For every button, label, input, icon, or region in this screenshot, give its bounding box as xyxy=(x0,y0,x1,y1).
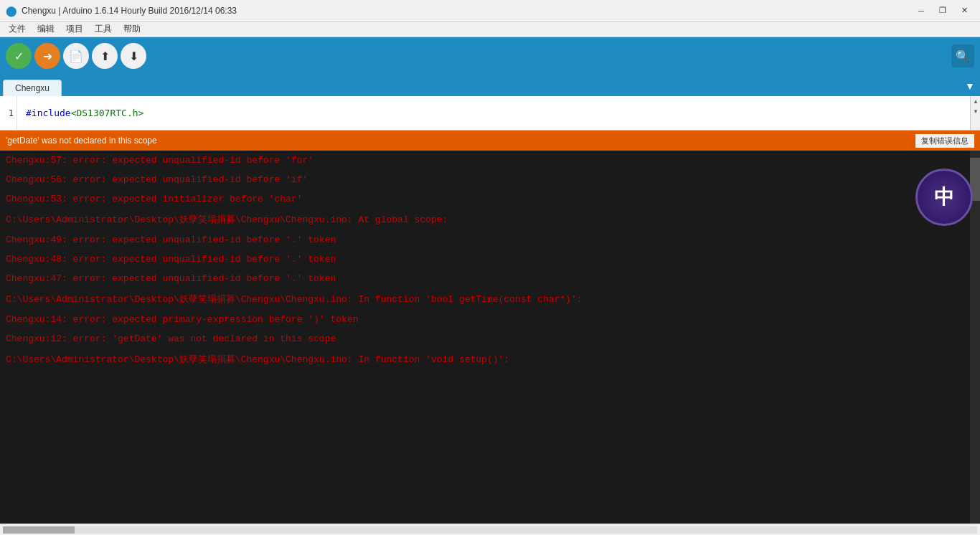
console-line-8: Chengxu:47: error: expected unqualified-… xyxy=(0,272,980,285)
new-button[interactable]: 📄 xyxy=(63,43,89,69)
console-scrollbar[interactable] xyxy=(970,151,980,524)
console-line-9 xyxy=(0,266,980,272)
tab-chengxu[interactable]: Chengxu xyxy=(3,80,62,96)
console-area: Chengxu:57: error: expected unqualified-… xyxy=(0,151,980,524)
editor-scroll-down[interactable]: ▼ xyxy=(971,106,980,116)
console-line-12: Chengxu:49: error: expected unqualified-… xyxy=(0,233,980,247)
console-line-18: Chengxu:56: error: expected unqualified-… xyxy=(0,173,980,186)
console-line-6: C:\Users\Administrator\Desktop\妖孽笑塌捐募\Ch… xyxy=(0,291,980,307)
save-icon: ⬇ xyxy=(129,49,138,63)
save-button[interactable]: ⬇ xyxy=(121,43,146,69)
menu-edit[interactable]: 编辑 xyxy=(32,22,60,37)
open-button[interactable]: ⬆ xyxy=(92,43,118,69)
editor-scroll-up[interactable]: ▲ xyxy=(971,96,980,106)
error-banner: 'getDate' was not declared in this scope… xyxy=(0,131,980,151)
menu-bar: 文件 编辑 项目 工具 帮助 xyxy=(0,22,980,37)
console-line-4: Chengxu:14: error: expected primary-expr… xyxy=(0,313,980,326)
watermark: 中 xyxy=(915,169,973,226)
console-line-14: C:\Users\Administrator\Desktop\妖孽笑塌捐募\Ch… xyxy=(0,212,980,227)
horizontal-scrollbar[interactable] xyxy=(0,524,980,535)
menu-help[interactable]: 帮助 xyxy=(118,22,146,37)
console-line-20: Chengxu:57: error: expected unqualified-… xyxy=(0,153,980,167)
console-line-17 xyxy=(0,186,980,192)
copy-error-button[interactable]: 复制错误信息 xyxy=(915,134,974,148)
verify-button[interactable]: ✓ xyxy=(6,43,32,69)
minimize-button[interactable]: ─ xyxy=(911,4,931,18)
console-line-1 xyxy=(0,346,980,351)
upload-icon: ➜ xyxy=(43,49,52,63)
code-line-1: #include<DS1307RTC.h> xyxy=(17,102,152,124)
menu-file[interactable]: 文件 xyxy=(3,22,32,37)
open-icon: ⬆ xyxy=(100,49,110,63)
editor-scrollbar[interactable]: ▲ ▼ xyxy=(970,96,980,130)
console-line-3 xyxy=(0,326,980,332)
console-line-11 xyxy=(0,247,980,252)
tab-dropdown-button[interactable]: ▼ xyxy=(960,76,980,96)
console-line-15 xyxy=(0,206,980,212)
main-content: 1 #include<DS1307RTC.h> ▲ ▼ 'getDate' wa… xyxy=(0,96,980,535)
console-line-7 xyxy=(0,285,980,291)
editor-area: 1 #include<DS1307RTC.h> ▲ ▼ xyxy=(0,96,980,131)
console-line-16: Chengxu:53: error: expected initializer … xyxy=(0,192,980,206)
console-line-19 xyxy=(0,167,980,173)
upload-button[interactable]: ➜ xyxy=(34,43,60,69)
restore-button[interactable]: ❐ xyxy=(933,4,953,18)
new-icon: 📄 xyxy=(69,49,83,63)
window-title: Chengxu | Arduino 1.6.14 Hourly Build 20… xyxy=(22,6,237,16)
console-line-5 xyxy=(0,307,980,313)
search-icon: 🔍 xyxy=(956,49,970,63)
console-line-13 xyxy=(0,227,980,233)
error-message: 'getDate' was not declared in this scope xyxy=(6,136,157,146)
menu-tools[interactable]: 工具 xyxy=(89,22,118,37)
search-button[interactable]: 🔍 xyxy=(951,44,974,67)
title-bar: ⬤ Chengxu | Arduino 1.6.14 Hourly Build … xyxy=(0,0,980,22)
code-include-header: <DS1307RTC.h> xyxy=(71,108,144,118)
h-scroll-track xyxy=(3,526,977,534)
console-line-10: Chengxu:48: error: expected unqualified-… xyxy=(0,252,980,266)
menu-project[interactable]: 项目 xyxy=(60,22,89,37)
console-line-0: C:\Users\Administrator\Desktop\妖孽笑塌捐募\Ch… xyxy=(0,351,980,367)
tab-bar: Chengxu ▼ xyxy=(0,75,980,96)
toolbar: ✓ ➜ 📄 ⬆ ⬇ 🔍 xyxy=(0,37,980,75)
code-include-keyword: #include xyxy=(26,108,71,118)
h-scroll-thumb xyxy=(3,526,75,534)
line-number-1: 1 xyxy=(0,96,17,130)
verify-icon: ✓ xyxy=(14,49,24,63)
watermark-symbol: 中 xyxy=(934,184,954,211)
app-icon: ⬤ xyxy=(6,5,17,16)
window-controls: ─ ❐ ✕ xyxy=(911,4,974,18)
close-button[interactable]: ✕ xyxy=(954,4,974,18)
console-line-2: Chengxu:12: error: 'getDate' was not dec… xyxy=(0,332,980,346)
